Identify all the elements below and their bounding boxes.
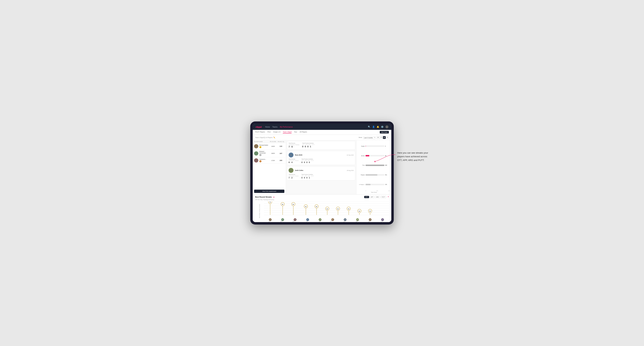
streak-player-britt: RB R. Britt bbox=[316, 218, 324, 222]
pa-label: Total Practice Activities bbox=[302, 143, 315, 144]
badge-edward: 2 bbox=[259, 154, 262, 156]
streak-player-miller: MM M. Miller bbox=[354, 218, 361, 222]
total-rounds-label: Total Rounds bbox=[288, 143, 300, 144]
search-icon[interactable]: 🔍 bbox=[368, 126, 370, 128]
date-josh: 26 Aug 2023 bbox=[347, 170, 354, 171]
pa-label-rees: Total Practice Activities bbox=[301, 159, 314, 160]
player-info-edward: Edward Crossman 2 bbox=[259, 151, 268, 156]
subnav: PGAT Players PGA Hcaps 1-5 Team Clippd T… bbox=[253, 130, 391, 135]
streak-plot: 7x 6x 6x bbox=[264, 201, 389, 221]
grid-view-button[interactable]: ⊞ bbox=[376, 136, 380, 139]
nav-home[interactable]: Home bbox=[265, 126, 270, 128]
filter-view-button[interactable]: ⬇ bbox=[386, 136, 389, 139]
subnav-tour[interactable]: Tour bbox=[294, 131, 297, 134]
content-grid: PLAYER NAME PB SCORE PB AVG SQ RB Richar… bbox=[253, 140, 391, 194]
chart-x-title: Total Shots bbox=[358, 192, 390, 193]
col-player-name: PLAYER NAME bbox=[254, 141, 268, 142]
practice-rees: 4 bbox=[292, 161, 292, 163]
filter-putt[interactable]: PUTT bbox=[380, 196, 386, 198]
settings-icon[interactable]: ⚙️ bbox=[381, 126, 384, 128]
subnav-hcaps[interactable]: Hcaps 1-5 bbox=[273, 131, 280, 134]
streaks-title: Best Round Streaks bbox=[255, 196, 272, 198]
name-rees: Rees Britt bbox=[295, 154, 302, 156]
avatar-cameron: CA bbox=[254, 158, 258, 163]
card-rees-britt: RB Rees Britt 02 Sep 2023 Total Rounds bbox=[287, 151, 355, 165]
player-row-3[interactable]: CA Cameron... 3 17/20 103 bbox=[253, 157, 286, 164]
putt-val: 1 bbox=[310, 145, 311, 148]
tournament-val: 7 bbox=[288, 146, 290, 148]
filter-arg[interactable]: ARG bbox=[375, 196, 380, 198]
axis-400: 400 bbox=[388, 190, 390, 191]
bar-pars: Pars 499 bbox=[358, 165, 390, 166]
total-rounds-group: Total Rounds Tournament Practice 7 6 bbox=[288, 143, 300, 148]
edit-icon[interactable]: ✏️ bbox=[273, 137, 275, 138]
player-row-2[interactable]: EC Edward Crossman 2 18/20 107 bbox=[253, 150, 286, 157]
avg-richard: 110 bbox=[278, 145, 284, 147]
y-axis-label: Best Streak, Fairway Accuracy bbox=[259, 204, 260, 218]
chart-axis: 0 200 400 bbox=[358, 190, 390, 191]
nav-links: Home Teams My Performance bbox=[265, 126, 368, 128]
team-title: Team Clippd | 14 Players bbox=[255, 137, 273, 138]
right-panel: Eagles 3 Birdies bbox=[356, 140, 391, 194]
subtitle-secondary: Fairway Accuracy bbox=[263, 199, 274, 200]
col-pb-score: PB SCORE bbox=[268, 141, 278, 142]
rounds-label-rees: Total Rounds bbox=[288, 159, 298, 160]
avatar[interactable]: U bbox=[385, 125, 388, 128]
app-label: APP bbox=[306, 144, 308, 145]
left-panel: PLAYER NAME PB SCORE PB AVG SQ RB Richar… bbox=[253, 140, 286, 194]
view-full-leaderboard-button[interactable]: View Full Leaderboard bbox=[254, 190, 284, 193]
subtitle-main: Off The Tee bbox=[255, 199, 262, 200]
period-dropdown-wrapper: Last 3 months bbox=[363, 136, 376, 139]
subnav-pga[interactable]: PGA bbox=[268, 131, 271, 134]
score-edward: 18/20 bbox=[268, 153, 278, 154]
show-controls: Show Last 3 months ⊞ ☰ ▤ ⬇ bbox=[358, 136, 389, 139]
player-row-1[interactable]: RB Richard Butler 1 19/20 110 bbox=[253, 143, 286, 150]
score-cameron: 17/20 bbox=[268, 160, 278, 161]
bottom-subtitle: Off The Tee, Fairway Accuracy bbox=[255, 199, 389, 200]
svg-text:6x: 6x bbox=[282, 204, 283, 205]
bar-fill-pars bbox=[366, 165, 384, 166]
nav-teams[interactable]: Teams bbox=[272, 126, 278, 128]
tournament-josh: 7 bbox=[288, 177, 290, 179]
bar-d-bogeys: D. Bogeys + 131 bbox=[358, 184, 390, 185]
score-richard: 19/20 bbox=[268, 146, 278, 147]
subnav-pgat[interactable]: PGAT Players bbox=[255, 131, 265, 134]
list-view-button[interactable]: ☰ bbox=[380, 136, 382, 139]
bar-chart: Eagles 3 Birdies bbox=[358, 142, 390, 190]
avatar-richard: RB bbox=[254, 144, 258, 148]
nav-my-performance[interactable]: My Performance bbox=[280, 126, 292, 128]
subnav-all-players[interactable]: All Players bbox=[300, 131, 307, 134]
tablet-screen: clippd Home Teams My Performance 🔍 👤 🔔 ⚙… bbox=[253, 124, 391, 222]
avg-cameron: 103 bbox=[278, 160, 284, 161]
logo: clippd bbox=[256, 126, 262, 128]
player-name-richard: Richard Butler bbox=[259, 144, 268, 146]
period-dropdown[interactable]: Last 3 months bbox=[363, 137, 376, 139]
subnav-team-clippd[interactable]: Team Clippd bbox=[283, 131, 292, 134]
bar-track-pars bbox=[366, 165, 384, 166]
user-icon[interactable]: 👤 bbox=[372, 126, 375, 128]
subnav-links: PGAT Players PGA Hcaps 1-5 Team Clippd T… bbox=[255, 131, 380, 134]
streak-player-ebert: EE E. Ebert bbox=[267, 218, 274, 222]
avatar-josh: JC bbox=[288, 168, 294, 173]
nav-icons: 🔍 👤 🔔 ⚙️ U bbox=[368, 125, 388, 128]
svg-text:6x: 6x bbox=[292, 204, 294, 205]
pa-label-josh: Total Practice Activities bbox=[301, 174, 314, 175]
streak-player-crossman: EC E. Crossman bbox=[329, 218, 336, 222]
player-info-cameron: Cameron... 3 bbox=[259, 159, 268, 162]
arrow-indicator-2: ◄ bbox=[388, 196, 389, 198]
practice-activities-group: Total Practice Activities OTT APP ARG PU… bbox=[302, 143, 315, 148]
player-avatars-row: EE E. Ebert BM B. McHerg DB D. Billingha… bbox=[264, 218, 389, 222]
bar-label-bogeys: Bogeys bbox=[358, 174, 365, 175]
filter-ott[interactable]: OTT bbox=[364, 196, 369, 198]
streak-player-quick: CQ C. Quick bbox=[379, 218, 386, 222]
filter-app[interactable]: APP bbox=[370, 196, 374, 198]
middle-panel: Total Rounds Tournament Practice 7 6 bbox=[286, 140, 356, 194]
tournament-sublabel: Tournament bbox=[288, 144, 294, 145]
bar-label-birdies: Birdies bbox=[358, 155, 365, 156]
bell-icon[interactable]: 🔔 bbox=[376, 126, 379, 128]
card-view-button[interactable]: ▤ bbox=[383, 136, 386, 139]
streak-player-butler: RB R. Butler bbox=[366, 218, 374, 222]
player-name-edward: Edward Crossman bbox=[259, 151, 268, 154]
bar-fill-birdies bbox=[366, 155, 369, 156]
add-team-button[interactable]: Add Team bbox=[380, 131, 389, 134]
